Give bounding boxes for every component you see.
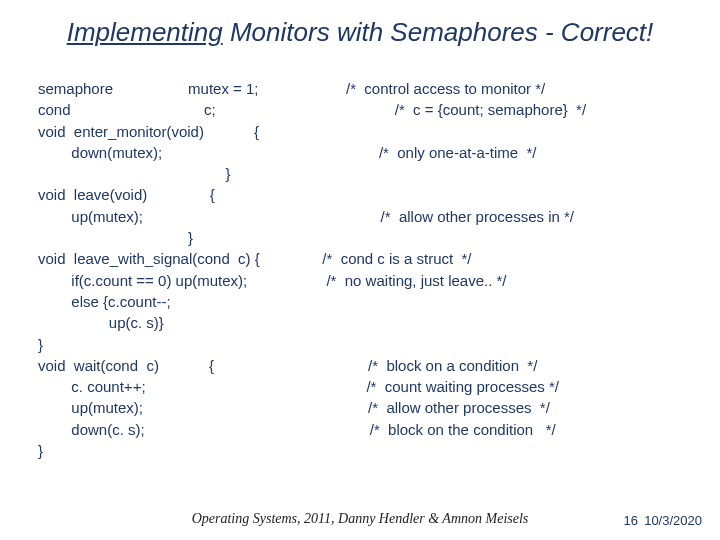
slide-root: Implementing Monitors with Semaphores - … (0, 0, 720, 540)
title-underlined: Implementing (67, 17, 223, 47)
slide-title: Implementing Monitors with Semaphores - … (0, 17, 720, 48)
title-rest: Monitors with Semaphores - Correct! (223, 17, 654, 47)
footer-credit: Operating Systems, 2011, Danny Hendler &… (0, 511, 720, 527)
code-block: semaphore mutex = 1; /* control access t… (38, 78, 586, 461)
page-number: 16 (624, 513, 638, 528)
footer-date: 10/3/2020 (644, 513, 702, 528)
